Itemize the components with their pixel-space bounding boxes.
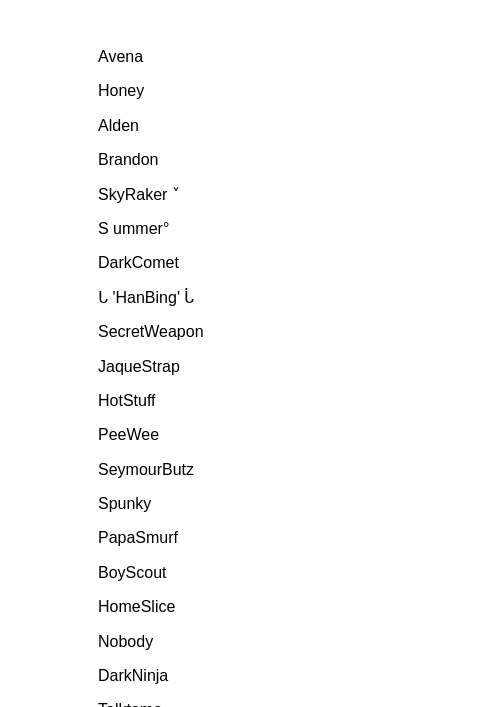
list-item-label: Avena (98, 48, 143, 65)
username-list: AvenaHoneyAldenBrandonSkyRaker ˅S ummer°… (0, 0, 500, 707)
list-item-label: Nobody (98, 633, 153, 650)
list-item: PeeWee (98, 418, 500, 452)
list-item: S ummer° (98, 212, 500, 246)
list-item: Brandon (98, 143, 500, 177)
list-item-label: Honey (98, 82, 144, 99)
list-item: SeymourButz (98, 453, 500, 487)
list-item-label: PapaSmurf (98, 529, 178, 546)
list-item-label: Alden (98, 117, 139, 134)
list-item: Talktome (98, 693, 500, 707)
list-item: DarkNinja (98, 659, 500, 693)
list-item: Nobody (98, 625, 500, 659)
list-item: Honey (98, 74, 500, 108)
list-item: JaqueStrap (98, 350, 500, 384)
list-item: BoyScout (98, 556, 500, 590)
list-item: Spunky (98, 487, 500, 521)
list-item-label: JaqueStrap (98, 358, 180, 375)
list-item: DarkComet (98, 246, 500, 280)
list-item-label: S ummer° (98, 220, 169, 237)
list-item: HomeSlice (98, 590, 500, 624)
list-item-label: DarkComet (98, 254, 179, 271)
list-item-label: ᒐ 'HanBing' ᒑ (98, 289, 194, 306)
list-item-label: DarkNinja (98, 667, 168, 684)
list-item-label: PeeWee (98, 426, 159, 443)
list-item: SecretWeapon (98, 315, 500, 349)
list-item: Avena (98, 40, 500, 74)
list-item-label: Spunky (98, 495, 151, 512)
list-item-label: SecretWeapon (98, 323, 204, 340)
list-item: SkyRaker ˅ (98, 178, 500, 212)
list-item: ᒐ 'HanBing' ᒑ (98, 281, 500, 315)
list-item: Alden (98, 109, 500, 143)
list-item: HotStuff (98, 384, 500, 418)
list-item: PapaSmurf (98, 521, 500, 555)
list-item-label: SkyRaker ˅ (98, 186, 180, 203)
list-item-label: BoyScout (98, 564, 166, 581)
list-item-label: Talktome (98, 701, 162, 707)
list-item-label: SeymourButz (98, 461, 194, 478)
list-item-label: Brandon (98, 151, 159, 168)
list-item-label: HomeSlice (98, 598, 175, 615)
list-item-label: HotStuff (98, 392, 156, 409)
